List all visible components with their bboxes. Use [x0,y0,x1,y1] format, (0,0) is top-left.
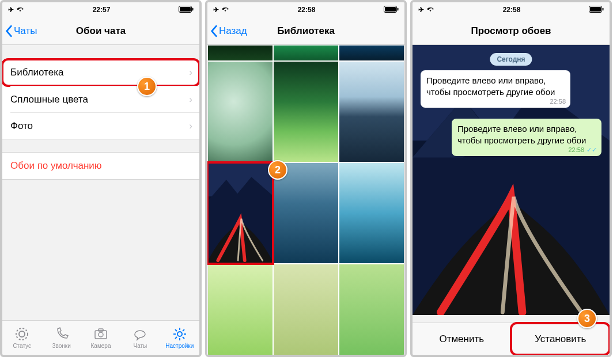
wifi-icon [221,6,229,14]
tab-calls-label: Звонки [52,343,70,349]
row-photo-label: Фото [10,120,33,132]
row-default-wallpaper[interactable]: Обои по умолчанию [2,153,199,179]
row-default-label: Обои по умолчанию [10,160,102,172]
bubble-incoming-time: 22:58 [550,97,566,105]
tab-bar: Статус Звонки Камера Чаты Настройки [2,320,199,355]
wallpaper-thumb[interactable] [273,45,339,61]
screen-preview: ✈︎ 22:58 Просмотр обоев Сегодня Проведит… [410,0,612,357]
wallpaper-thumb[interactable] [207,264,273,355]
svg-rect-2 [192,7,193,10]
content: Библиотека › Сплошные цвета › Фото › 1 О… [2,45,199,320]
set-button[interactable]: Установить [511,323,610,355]
back-label: Назад [219,25,247,37]
status-time: 22:58 [503,6,521,14]
callout-badge-3: 3 [577,309,597,328]
status-bar: ✈︎ 22:58 [207,2,404,17]
tab-camera-label: Камера [91,343,111,349]
row-photo[interactable]: Фото › [10,112,199,139]
airplane-icon: ✈︎ [418,6,424,14]
screen-wallpaper-options: ✈︎ 22:57 Чаты Обои чата Библиотека › Спл… [0,0,202,357]
svg-point-4 [19,331,25,337]
tab-camera[interactable]: Камера [81,321,120,355]
svg-rect-11 [397,7,398,10]
wallpaper-thumb[interactable] [339,162,404,264]
svg-rect-7 [99,329,103,331]
page-title: Просмотр обоев [471,25,551,37]
nav-bar: Назад Библиотека [207,17,404,45]
svg-rect-1 [180,7,191,12]
tab-status[interactable]: Статус [2,321,41,355]
svg-rect-5 [95,331,107,339]
back-button[interactable]: Назад [210,17,247,44]
wifi-icon [16,6,24,14]
status-bar: ✈︎ 22:57 [2,2,199,17]
status-icon [14,327,29,342]
bubble-incoming-text: Проведите влево или вправо, чтобы просмо… [426,75,555,97]
row-library[interactable]: Библиотека › [2,59,199,86]
wallpaper-thumb[interactable] [339,264,404,355]
phone-icon [54,327,69,342]
svg-point-8 [177,332,182,336]
tab-settings[interactable]: Настройки [160,321,199,355]
bubble-outgoing: Проведите влево или вправо, чтобы просмо… [452,119,601,156]
page-title: Библиотека [277,25,335,37]
chevron-right-icon: › [189,94,192,105]
tab-calls[interactable]: Звонки [41,321,81,355]
wallpaper-thumb[interactable] [273,264,339,355]
back-label: Чаты [14,25,37,37]
battery-icon [179,6,194,14]
status-time: 22:58 [298,6,316,14]
chat-icon [133,327,147,342]
callout-badge-2: 2 [268,160,287,180]
bubble-outgoing-time: 22:58✓✓ [568,146,597,154]
svg-rect-10 [385,7,396,12]
page-title: Обои чата [76,25,126,37]
wallpaper-thumb[interactable] [207,45,273,61]
svg-point-6 [99,332,103,337]
row-solid-colors[interactable]: Сплошные цвета › [10,86,199,112]
bubble-incoming: Проведите влево или вправо, чтобы просмо… [421,70,570,108]
back-button[interactable]: Чаты [5,17,37,44]
status-bar: ✈︎ 22:58 [413,2,610,17]
bubble-outgoing-text: Проведите влево или вправо, чтобы просмо… [457,124,586,145]
screen-library-grid: ✈︎ 22:58 Назад Библиотека [205,0,407,357]
svg-rect-15 [590,7,601,12]
battery-icon [384,6,399,14]
row-solid-label: Сплошные цвета [10,94,88,105]
status-time: 22:57 [93,6,111,14]
wallpaper-thumb[interactable] [339,61,404,162]
airplane-icon: ✈︎ [213,6,219,14]
wallpaper-thumb[interactable] [273,61,339,162]
battery-icon [589,6,604,14]
svg-point-3 [16,328,28,340]
cancel-button[interactable]: Отменить [413,323,511,355]
preview-actions: Отменить Установить [413,323,610,355]
date-pill: Сегодня [490,53,532,66]
wallpaper-thumb[interactable] [339,45,404,61]
chevron-right-icon: › [189,120,192,132]
tab-chats[interactable]: Чаты [120,321,160,355]
airplane-icon: ✈︎ [8,6,14,14]
gear-icon [172,327,187,342]
camera-icon [93,327,108,342]
nav-bar: Чаты Обои чата [2,17,199,45]
tab-chats-label: Чаты [134,343,147,349]
callout-badge-1: 1 [137,77,157,96]
wallpaper-thumb[interactable] [207,61,273,162]
chevron-right-icon: › [189,67,192,78]
tab-settings-label: Настройки [165,343,194,349]
row-library-label: Библиотека [10,67,63,78]
svg-rect-16 [602,7,603,10]
grid-content: 2 [207,45,404,355]
read-ticks-icon: ✓✓ [586,146,597,153]
nav-bar: Просмотр обоев [413,17,610,45]
tab-status-label: Статус [13,343,31,349]
wallpaper-thumb-selected[interactable] [207,162,273,264]
preview-content: Сегодня Проведите влево или вправо, чтоб… [413,45,610,355]
wifi-icon [426,6,434,14]
